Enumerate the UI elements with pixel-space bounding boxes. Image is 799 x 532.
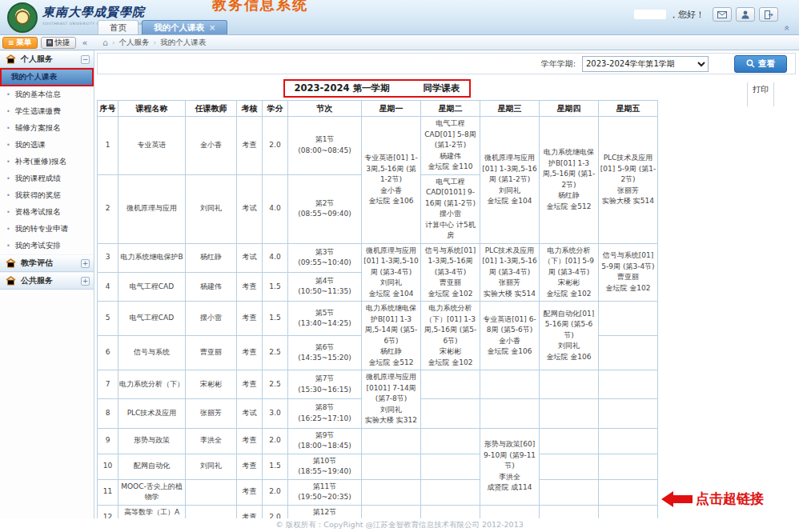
schedule-cell bbox=[540, 428, 599, 454]
folder-icon bbox=[6, 276, 17, 286]
person-icon bbox=[741, 10, 749, 19]
close-tab-icon[interactable]: × bbox=[209, 24, 215, 32]
teacher-cell: 李洪全 bbox=[186, 428, 237, 454]
tab-my-timetable[interactable]: 我的个人课表 × bbox=[142, 20, 227, 34]
column-header: 序号 bbox=[98, 101, 118, 117]
schedule-cell: 电气工程CAD[0101] 9-16周 (第1-2节)摆小雷计算中心 计5机房 bbox=[421, 174, 480, 243]
sidebar-item[interactable]: •我的考试安排 bbox=[0, 238, 94, 254]
mail-button[interactable] bbox=[713, 7, 732, 22]
schedule-cell bbox=[421, 505, 480, 518]
profile-button[interactable] bbox=[736, 7, 755, 22]
schedule-cell: 形势与政策[60] 9-10周 (第9-11节)李洪全成贤院 成114 bbox=[480, 428, 540, 505]
collapse-header-icon[interactable]: « bbox=[781, 25, 792, 30]
sidebar-item[interactable]: •我的基本信息 bbox=[0, 86, 94, 103]
bullet-icon: • bbox=[6, 192, 10, 199]
assessment-cell: 考查 bbox=[237, 479, 263, 505]
schedule-cell bbox=[421, 428, 480, 454]
assessment-cell: 考查 bbox=[237, 302, 263, 336]
sidebar-item[interactable]: •辅修方案报名 bbox=[0, 120, 94, 137]
breadcrumb-item-personal-services[interactable]: 个人服务 bbox=[119, 38, 150, 48]
logout-button[interactable] bbox=[759, 7, 778, 22]
user-area: ，您好！ bbox=[634, 7, 778, 22]
timetable-row: 11MOOC-舌尖上的植物学考查2.0第11节(19:50~20:35) bbox=[98, 479, 658, 505]
logout-icon bbox=[765, 10, 773, 19]
sidebar-item[interactable]: •资格考试报名 bbox=[0, 204, 94, 221]
course-name-cell: 微机原理与应用 bbox=[118, 174, 186, 243]
timetable-title-term: 2023-2024 第一学期 bbox=[295, 82, 390, 94]
assessment-cell: 考查 bbox=[237, 272, 263, 301]
teacher-cell: 杨红静 bbox=[186, 243, 237, 272]
expand-group-icon[interactable]: + bbox=[81, 277, 90, 286]
sidebar-item[interactable]: •我获得的奖惩 bbox=[0, 187, 94, 204]
sidebar-item[interactable]: 我的个人课表 bbox=[0, 68, 94, 86]
row-number-cell: 7 bbox=[98, 370, 118, 399]
teacher-cell: 刘同礼 bbox=[186, 454, 237, 479]
column-header: 课程名称 bbox=[118, 101, 186, 117]
period-cell: 第7节(15:30~16:15) bbox=[288, 370, 362, 399]
teacher-cell: 刘同礼 bbox=[186, 174, 237, 243]
schedule-cell bbox=[599, 302, 658, 336]
semester-select[interactable]: 2023-2024学年第1学期 bbox=[582, 56, 709, 72]
sidebar-item[interactable]: •我的转专业申请 bbox=[0, 221, 94, 238]
mail-icon bbox=[717, 11, 727, 18]
period-cell: 第11节(19:50~20:35) bbox=[288, 479, 362, 505]
sidebar-item[interactable]: •补考(重修)报名 bbox=[0, 154, 94, 170]
credit-cell: 1.5 bbox=[263, 302, 288, 336]
teacher-cell: 金小香 bbox=[186, 117, 237, 175]
row-number-cell: 11 bbox=[98, 479, 118, 505]
schedule-cell: 电力系统继电保护B[01] 1-3周,5-14周 (第5-6节)杨红静金坛院 金… bbox=[362, 302, 421, 370]
breadcrumb-separator-icon: › bbox=[112, 38, 115, 46]
assessment-cell: 考查 bbox=[237, 454, 263, 479]
timetable: 序号课程名称任课教师考核学分节次星期一星期二星期三星期四星期五 1专业英语金小香… bbox=[97, 100, 658, 518]
schedule-cell: PLC技术及应用[01] 5-9周 (第1-2节)张丽芳实验大楼 实514 bbox=[599, 117, 658, 244]
column-header: 学分 bbox=[263, 101, 288, 117]
schedule-cell: 微机原理与应用[0101] 7-14周 (第7-8节)刘同礼实验大楼 实312 bbox=[362, 370, 421, 429]
timetable-row: 10配网自动化刘同礼考查1.5第10节(18:55~19:40) bbox=[98, 454, 658, 479]
schedule-cell: 专业英语[01] 6-8周 (第5-6节)金小香金坛院 金106 bbox=[480, 302, 540, 370]
timetable-row: 3电力系统继电保护B杨红静考试4.0第3节(09:55~10:40)微机原理与应… bbox=[98, 243, 658, 272]
tab-bar: 首页 我的个人课表 × bbox=[98, 20, 231, 34]
row-number-cell: 1 bbox=[98, 117, 118, 175]
sidebar-group-label: 公共服务 bbox=[21, 275, 81, 286]
tab-home[interactable]: 首页 bbox=[98, 20, 139, 34]
collapse-group-icon[interactable]: − bbox=[81, 55, 90, 64]
sidebar-item-label: 辅修方案报名 bbox=[15, 123, 61, 134]
tab-my-timetable-label: 我的个人课表 bbox=[154, 22, 204, 34]
column-header: 节次 bbox=[288, 101, 362, 117]
schedule-cell bbox=[362, 479, 421, 505]
sidebar-item[interactable]: •我的选课 bbox=[0, 137, 94, 154]
home-icon[interactable]: ⌂ bbox=[102, 38, 108, 48]
schedule-cell bbox=[480, 370, 540, 399]
credit-cell: 2.0 bbox=[263, 505, 288, 518]
print-link[interactable]: 打印 bbox=[747, 82, 774, 106]
bullet-icon: • bbox=[6, 91, 10, 98]
column-header: 星期一 bbox=[362, 101, 421, 117]
assessment-cell: 考查 bbox=[237, 117, 263, 175]
toolbar-left: ≡菜单 快捷 « bbox=[0, 37, 94, 49]
course-name-cell: 形势与政策 bbox=[118, 428, 186, 454]
column-header: 任课教师 bbox=[186, 101, 237, 117]
sidebar-item[interactable]: •学生选课缴费 bbox=[0, 103, 94, 120]
view-button[interactable]: 查看 bbox=[734, 55, 787, 73]
semester-label: 学年学期: bbox=[541, 58, 576, 70]
schedule-cell bbox=[540, 479, 599, 505]
collapse-sidebar-icon[interactable]: « bbox=[82, 38, 88, 48]
course-name-cell: 电力系统分析（下） bbox=[118, 370, 186, 399]
expand-group-icon[interactable]: + bbox=[81, 259, 90, 268]
quick-button[interactable]: 快捷 bbox=[41, 37, 76, 49]
schedule-cell bbox=[421, 399, 480, 428]
column-header: 考核 bbox=[237, 101, 263, 117]
greeting-text: ，您好！ bbox=[669, 9, 705, 21]
sidebar-group[interactable]: 公共服务+ bbox=[0, 272, 94, 290]
college-name: 東南大學成賢學院 bbox=[42, 5, 195, 20]
schedule-cell bbox=[599, 454, 658, 479]
sidebar-group[interactable]: 教学评估+ bbox=[0, 254, 94, 272]
schedule-cell: 电力系统分析（下）[01] 1-3周,5-16周 (第5-6节)宋彬彬金坛院 金… bbox=[421, 302, 480, 370]
menu-button[interactable]: ≡菜单 bbox=[2, 37, 38, 49]
row-number-cell: 6 bbox=[98, 336, 118, 370]
schedule-cell: 电力系统分析（下）[01] 5-9周 (第3-4节)宋彬彬金坛院 金102 bbox=[540, 243, 599, 302]
sidebar-item[interactable]: •我的课程成绩 bbox=[0, 170, 94, 187]
period-cell: 第9节(18:00~18:45) bbox=[288, 428, 362, 454]
schedule-cell bbox=[599, 370, 658, 399]
sidebar-group[interactable]: 个人服务− bbox=[0, 50, 94, 68]
